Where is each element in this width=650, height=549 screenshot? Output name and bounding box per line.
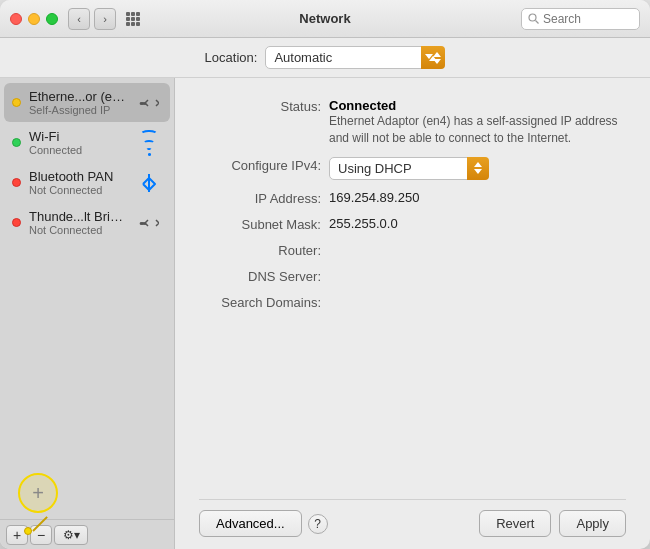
item-name-ethernet: Etherne...or (en4) (29, 89, 128, 104)
bottom-area: Advanced... ? Revert Apply (199, 499, 626, 537)
search-icon (528, 13, 539, 24)
status-dot-thunderbolt (12, 218, 21, 227)
close-button[interactable] (10, 13, 22, 25)
ip-row: IP Address: 169.254.89.250 (199, 190, 626, 206)
item-info-ethernet: Etherne...or (en4) Self-Assigned IP (29, 89, 128, 116)
sidebar: Etherne...or (en4) Self-Assigned IP ••• (0, 78, 175, 549)
remove-network-button[interactable]: − (30, 525, 52, 545)
minimize-button[interactable] (28, 13, 40, 25)
action-buttons: Revert Apply (479, 510, 626, 537)
main-content: Etherne...or (en4) Self-Assigned IP ••• (0, 78, 650, 549)
item-info-wifi: Wi-Fi Connected (29, 129, 128, 156)
router-label: Router: (199, 242, 329, 258)
search-input[interactable] (543, 12, 633, 26)
revert-button[interactable]: Revert (479, 510, 551, 537)
subnet-row: Subnet Mask: 255.255.0.0 (199, 216, 626, 232)
advanced-area: Advanced... ? (199, 510, 328, 537)
svg-point-0 (529, 14, 536, 21)
help-button[interactable]: ? (308, 514, 328, 534)
status-dot-ethernet (12, 98, 21, 107)
sidebar-item-thunderbolt[interactable]: Thunde...lt Bridge Not Connected ••• (4, 203, 170, 242)
location-select[interactable]: Automatic (265, 46, 445, 69)
item-info-bluetooth: Bluetooth PAN Not Connected (29, 169, 128, 196)
apply-button[interactable]: Apply (559, 510, 626, 537)
location-label: Location: (205, 50, 258, 65)
dns-label: DNS Server: (199, 268, 329, 284)
traffic-lights (10, 13, 58, 25)
gear-menu-button[interactable]: ⚙▾ (54, 525, 88, 545)
advanced-button[interactable]: Advanced... (199, 510, 302, 537)
search-domains-row: Search Domains: (199, 294, 626, 310)
svg-line-1 (536, 21, 539, 24)
ethernet-icon: ••• (136, 90, 162, 116)
sidebar-toolbar: + − ⚙▾ (0, 519, 174, 549)
ip-value: 169.254.89.250 (329, 190, 626, 205)
bluetooth-icon (136, 170, 162, 196)
status-row: Status: Connected Ethernet Adaptor (en4)… (199, 98, 626, 147)
add-network-button[interactable]: + (6, 525, 28, 545)
status-dot-wifi (12, 138, 21, 147)
sidebar-item-bluetooth[interactable]: Bluetooth PAN Not Connected (4, 163, 170, 202)
item-status-bluetooth: Not Connected (29, 184, 128, 196)
item-status-thunderbolt: Not Connected (29, 224, 128, 236)
forward-button[interactable]: › (94, 8, 116, 30)
location-select-wrapper: Automatic (265, 46, 445, 69)
sidebar-item-wifi[interactable]: Wi-Fi Connected (4, 123, 170, 162)
detail-section: Status: Connected Ethernet Adaptor (en4)… (199, 98, 626, 499)
configure-row: Configure IPv4: Using DHCP (199, 157, 626, 180)
configure-label: Configure IPv4: (199, 157, 329, 173)
window-title: Network (299, 11, 350, 26)
back-button[interactable]: ‹ (68, 8, 90, 30)
subnet-label: Subnet Mask: (199, 216, 329, 232)
location-bar: Location: Automatic (0, 38, 650, 78)
titlebar: ‹ › Network (0, 0, 650, 38)
nav-buttons: ‹ › (68, 8, 116, 30)
router-row: Router: (199, 242, 626, 258)
maximize-button[interactable] (46, 13, 58, 25)
grid-button[interactable] (122, 8, 144, 30)
sidebar-list: Etherne...or (en4) Self-Assigned IP ••• (0, 78, 174, 519)
subnet-value: 255.255.0.0 (329, 216, 626, 231)
search-box[interactable] (521, 8, 640, 30)
status-label: Status: (199, 98, 329, 114)
grid-icon (126, 12, 140, 26)
item-name-bluetooth: Bluetooth PAN (29, 169, 128, 184)
item-name-wifi: Wi-Fi (29, 129, 128, 144)
network-window: ‹ › Network Location: Automatic (0, 0, 650, 549)
item-name-thunderbolt: Thunde...lt Bridge (29, 209, 128, 224)
ip-label: IP Address: (199, 190, 329, 206)
thunderbolt-icon: ••• (136, 210, 162, 236)
wifi-icon (136, 130, 162, 156)
status-value: Connected (329, 98, 626, 113)
status-block: Connected Ethernet Adaptor (en4) has a s… (329, 98, 626, 147)
status-dot-bluetooth (12, 178, 21, 187)
sidebar-item-ethernet[interactable]: Etherne...or (en4) Self-Assigned IP ••• (4, 83, 170, 122)
search-domains-label: Search Domains: (199, 294, 329, 310)
item-info-thunderbolt: Thunde...lt Bridge Not Connected (29, 209, 128, 236)
configure-select-wrapper: Using DHCP (329, 157, 489, 180)
item-status-ethernet: Self-Assigned IP (29, 104, 128, 116)
item-status-wifi: Connected (29, 144, 128, 156)
configure-ipv4-select[interactable]: Using DHCP (329, 157, 489, 180)
detail-panel: Status: Connected Ethernet Adaptor (en4)… (175, 78, 650, 549)
dns-row: DNS Server: (199, 268, 626, 284)
status-description: Ethernet Adaptor (en4) has a self-assign… (329, 113, 626, 147)
